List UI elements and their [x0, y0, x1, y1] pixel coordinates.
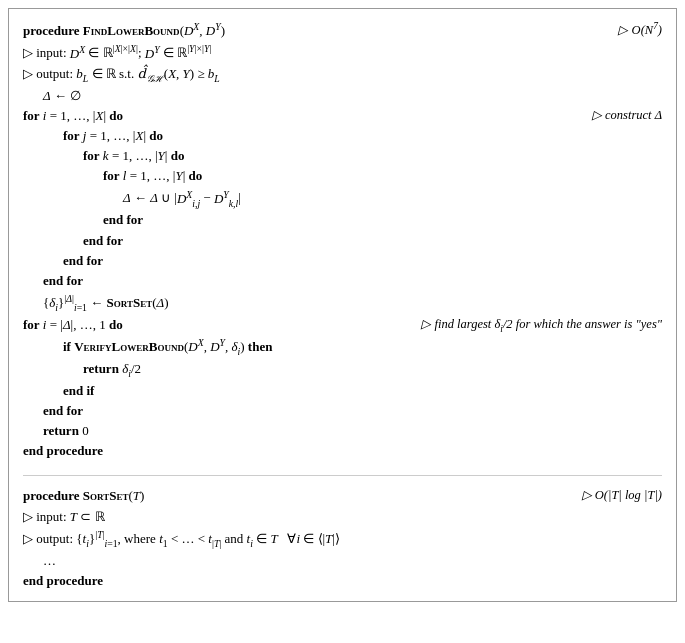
end-procedure-2: end procedure — [23, 571, 662, 591]
proc1-complexity: ▷ O(N7) — [618, 19, 662, 41]
delta-update: Δ ← Δ ∪ |DXi,j − DYk,l| — [23, 186, 662, 210]
comment-find-largest: ▷ find largest δi/2 for which the answer… — [421, 315, 662, 336]
proc2-output: ▷ output: {ti}|T|i=1, where t1 < … < t|T… — [23, 527, 662, 551]
proc1-signature-line: procedure FindLowerBound(DX, DY) ▷ O(N7) — [23, 19, 662, 41]
proc1-output: ▷ output: bL ∈ ℝ s.t. d̂𝒢ℋ(X, Y) ≥ bL — [23, 64, 662, 86]
for-k: for k = 1, …, |Y| do — [23, 146, 662, 166]
comment-construct-delta: ▷ construct Δ — [592, 106, 662, 125]
for-i: for i = 1, …, |X| do ▷ construct Δ — [23, 106, 662, 126]
proc2-input: ▷ input: T ⊂ ℝ — [23, 507, 662, 527]
end-procedure-1: end procedure — [23, 441, 662, 461]
end-for-l: end for — [23, 210, 662, 230]
proc2-dots: … — [23, 551, 662, 571]
proc2-signature-line: procedure SortSet(T) ▷ O(|T| log |T|) — [23, 486, 662, 506]
proc1-name: FindLowerBound(DX, DY) — [83, 23, 225, 38]
pseudocode-container: procedure FindLowerBound(DX, DY) ▷ O(N7)… — [8, 8, 677, 602]
delta-init: Δ ← ∅ — [23, 86, 662, 106]
proc1-input: ▷ input: DX ∈ ℝ|X|×|X|; DY ∈ ℝ|Y|×|Y| — [23, 41, 662, 63]
if-verify: if VerifyLowerBound(DX, DY, δi) then — [23, 335, 662, 359]
end-for-k: end for — [23, 231, 662, 251]
sortset-call: {δi}|Δ|i=1 ← SortSet(Δ) — [23, 291, 662, 315]
for-l: for l = 1, …, |Y| do — [23, 166, 662, 186]
procedure-findlowerbound: procedure FindLowerBound(DX, DY) ▷ O(N7)… — [23, 19, 662, 461]
for-j: for j = 1, …, |X| do — [23, 126, 662, 146]
end-for-delta: end for — [23, 401, 662, 421]
end-if: end if — [23, 381, 662, 401]
keyword-procedure: procedure — [23, 23, 80, 38]
end-for-i: end for — [23, 271, 662, 291]
procedure-sortset: procedure SortSet(T) ▷ O(|T| log |T|) ▷ … — [23, 475, 662, 591]
return-zero: return 0 — [23, 421, 662, 441]
proc2-complexity: ▷ O(|T| log |T|) — [582, 486, 662, 505]
end-for-j: end for — [23, 251, 662, 271]
for-i-delta: for i = |Δ|, …, 1 do ▷ find largest δi/2… — [23, 315, 662, 335]
return-delta-half: return δi/2 — [23, 359, 662, 381]
